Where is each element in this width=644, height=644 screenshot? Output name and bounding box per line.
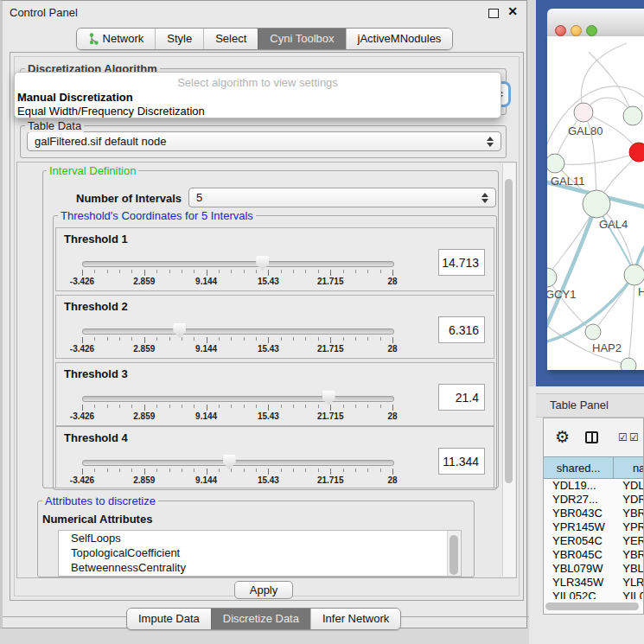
table-panel-title: Table Panel [550, 399, 609, 411]
bottom-tab-bar: Impute Data Discretize Data Infer Networ… [126, 608, 401, 630]
gear-icon[interactable]: ⚙ [555, 427, 570, 447]
settings-vertical-scrollbar[interactable] [502, 163, 515, 577]
thresholds-group-title: Threshold's Coordinates for 5 Intervals [58, 209, 256, 222]
screenshot-root: Control Panel ✕ Network Style Select [0, 0, 644, 644]
threshold-4-slider[interactable] [82, 460, 394, 466]
threshold-3-slider-thumb[interactable] [322, 391, 335, 405]
node-h[interactable] [624, 265, 644, 285]
column-header-name[interactable]: na [614, 456, 644, 479]
threshold-1-slider[interactable] [82, 261, 394, 267]
table-row[interactable]: YIL052CYIL0 [544, 590, 644, 599]
number-of-intervals-label: Number of Intervals [76, 192, 182, 205]
threshold-2-value-field[interactable]: 6.316 [438, 316, 485, 343]
attributes-scrollbar[interactable] [447, 531, 461, 576]
split-table-icon[interactable] [585, 431, 598, 443]
mac-close-button[interactable] [555, 25, 566, 36]
tab-impute-data[interactable]: Impute Data [127, 609, 211, 629]
threshold-2-slider[interactable] [82, 328, 394, 335]
number-of-intervals-combo[interactable]: 5 [188, 188, 496, 207]
mac-minimize-button[interactable] [571, 25, 582, 36]
number-of-intervals-value: 5 [196, 191, 202, 204]
threshold-2-row: Threshold 2 -3.4262.8599.14415.4321.7152… [55, 295, 494, 359]
threshold-3-slider[interactable] [82, 396, 394, 402]
tab-jactivemnodules[interactable]: jActiveMNodules [346, 29, 453, 49]
checkbox-icon[interactable]: ☑ [618, 431, 628, 443]
table-panel: ⚙ ☑ ☑ shared... na YDL19...YDL1 YDR27...… [543, 418, 644, 615]
node-partial-bottom[interactable] [621, 358, 636, 370]
table-row[interactable]: YER054CYER0 [544, 534, 644, 548]
node-table: shared... na YDL19...YDL1 YDR27...YDR2 Y… [544, 456, 644, 599]
network-window-titlebar[interactable] [547, 9, 644, 37]
threshold-3-row: Threshold 3 -3.4262.8599.14415.4321.7152… [55, 362, 494, 426]
network-canvas[interactable]: GAL80 GAL11 GAL4 GCY1 HAP2 H [547, 36, 644, 370]
threshold-4-row: Threshold 4 -3.4262.8599.14415.4321.7152… [55, 426, 494, 488]
attribute-item[interactable]: TopologicalCoefficient [59, 545, 461, 560]
threshold-1-row: Threshold 1 -3.4262.8599.14415.4321.7152… [55, 227, 494, 291]
tab-discretize-data[interactable]: Discretize Data [211, 609, 310, 629]
tab-network[interactable]: Network [77, 29, 156, 49]
attribute-item[interactable]: BetweennessCentrality [59, 560, 461, 575]
threshold-4-slider-thumb[interactable] [223, 455, 236, 469]
close-icon[interactable]: ✕ [507, 4, 518, 18]
algorithm-option-equal-width[interactable]: Equal Width/Frequency Discretization [17, 105, 205, 118]
node-gal80[interactable] [574, 103, 593, 122]
node-label-gal80: GAL80 [568, 124, 603, 137]
tab-cyni-toolbox[interactable]: Cyni Toolbox [258, 29, 345, 49]
node-gal11[interactable] [547, 154, 564, 173]
table-row[interactable]: YBR045CYBR0 [544, 548, 644, 562]
float-window-icon[interactable] [488, 9, 499, 18]
tab-network-label: Network [103, 32, 144, 45]
tab-style[interactable]: Style [155, 29, 203, 49]
algorithm-dropdown-popup: Select algorithm to view settings Manual… [14, 72, 501, 118]
node-label-gcy1: GCY1 [547, 288, 576, 301]
table-row[interactable]: YDL19...YDL1 [544, 479, 644, 493]
threshold-4-value-field[interactable]: 11.344 [438, 448, 485, 475]
table-data-combo[interactable]: galFiltered.sif default node [27, 131, 501, 151]
attribute-item[interactable]: SelfLoops [59, 531, 461, 545]
algorithm-popup-prompt: Select algorithm to view settings [15, 76, 501, 89]
node-label-h: H [638, 285, 644, 298]
numerical-attributes-label: Numerical Attributes [42, 513, 152, 526]
threshold-2-slider-thumb[interactable] [173, 323, 186, 338]
scrollbar-thumb[interactable] [505, 179, 513, 483]
node-hap2[interactable] [585, 324, 601, 340]
table-horizontal-scrollbar[interactable] [545, 603, 639, 610]
node-label-hap2: HAP2 [592, 341, 622, 354]
top-tab-bar: Network Style Select Cyni Toolbox jActiv… [3, 28, 526, 50]
node-gcy1[interactable] [547, 268, 557, 287]
numerical-attributes-list[interactable]: SelfLoops TopologicalCoefficient Between… [58, 530, 462, 577]
threshold-1-value-field[interactable]: 14.713 [438, 249, 485, 276]
checkbox-icon[interactable]: ☑ [629, 431, 639, 443]
tab-infer-network[interactable]: Infer Network [310, 609, 400, 629]
node-gal4[interactable] [583, 190, 610, 218]
control-panel-title: Control Panel [10, 6, 78, 19]
table-row[interactable]: YPR145WYPR1 [544, 520, 644, 534]
algorithm-option-manual[interactable]: Manual Discretization [17, 91, 133, 104]
node-green-right[interactable] [623, 106, 642, 125]
column-header-shared-name[interactable]: shared... [544, 456, 614, 479]
table-row[interactable]: YBL079WYBL0 [544, 562, 644, 576]
attributes-group-title: Attributes to discretize [42, 494, 158, 507]
table-toolbar: ⚙ ☑ ☑ [544, 418, 643, 456]
table-row[interactable]: YDR27...YDR2 [544, 493, 644, 507]
table-data-group-title: Table Data [25, 119, 84, 132]
table-row[interactable]: YBR043CYBR0 [544, 507, 644, 520]
network-icon [88, 33, 99, 45]
table-panel-titlebar: Table Panel [536, 393, 644, 418]
node-label-gal11: GAL11 [551, 175, 585, 188]
node-red-selected[interactable] [629, 143, 644, 162]
apply-button[interactable]: Apply [234, 581, 293, 599]
threshold-3-value-field[interactable]: 21.4 [438, 384, 485, 411]
control-panel-window: Control Panel ✕ Network Style Select [0, 0, 527, 628]
threshold-1-slider-thumb[interactable] [256, 256, 269, 271]
table-row[interactable]: YLR345WYLR3 [544, 576, 644, 590]
tab-select[interactable]: Select [203, 29, 258, 49]
mac-zoom-button[interactable] [586, 25, 597, 36]
table-data-combo-value: galFiltered.sif default node [35, 135, 166, 148]
interval-definition-title: Interval Definition [47, 164, 138, 177]
node-label-gal4: GAL4 [599, 218, 628, 231]
